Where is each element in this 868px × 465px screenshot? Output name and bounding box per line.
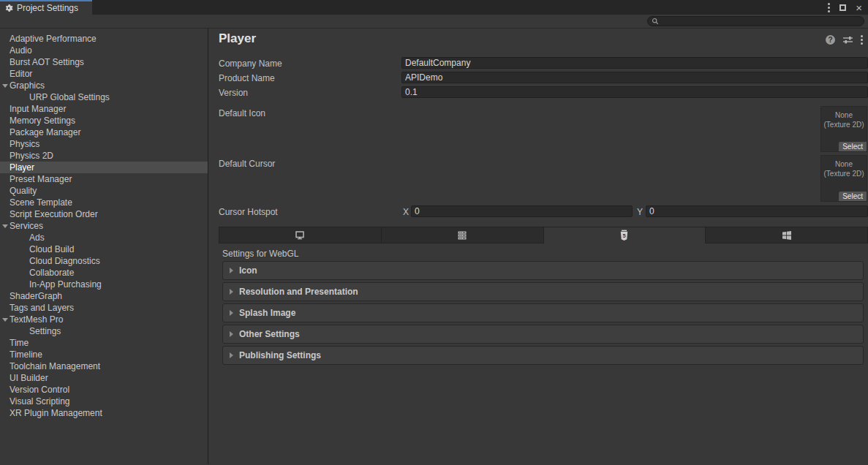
sidebar-item-label: Cloud Build	[29, 244, 74, 254]
sidebar-item-label: In-App Purchasing	[29, 279, 102, 290]
section-publishing-settings[interactable]: Publishing Settings	[222, 346, 864, 365]
sidebar-item-time[interactable]: Time	[0, 337, 208, 349]
page-title: Player	[219, 31, 256, 46]
sidebar-item-label: Scene Template	[10, 197, 72, 208]
sidebar-item-label: ShaderGraph	[10, 291, 62, 301]
search-box[interactable]	[647, 16, 864, 26]
hotspot-y-label: Y	[637, 206, 643, 218]
sidebar-item-urp-global-settings[interactable]: URP Global Settings	[0, 91, 208, 103]
toolbar	[0, 15, 868, 29]
sidebar-item-adaptive-performance[interactable]: Adaptive Performance	[0, 33, 208, 45]
close-icon[interactable]: ×	[856, 2, 862, 13]
sidebar-item-label: Script Execution Order	[10, 209, 98, 219]
platform-tab-dedicated-server[interactable]	[382, 227, 544, 243]
presets-icon[interactable]	[842, 35, 853, 45]
sidebar-item-script-execution-order[interactable]: Script Execution Order	[0, 208, 208, 220]
company-name-label: Company Name	[219, 58, 282, 69]
platform-tab-webgl[interactable]: 5	[544, 227, 706, 243]
content: Adaptive PerformanceAudioBurst AOT Setti…	[0, 29, 868, 464]
sidebar-item-input-manager[interactable]: Input Manager	[0, 103, 208, 115]
default-cursor-select-button[interactable]: Select	[839, 192, 867, 201]
sidebar-item-package-manager[interactable]: Package Manager	[0, 126, 208, 138]
version-label: Version	[219, 87, 248, 99]
sidebar-item-cloud-diagnostics[interactable]: Cloud Diagnostics	[0, 255, 208, 267]
sidebar-item-burst-aot-settings[interactable]: Burst AOT Settings	[0, 56, 208, 68]
sidebar-item-version-control[interactable]: Version Control	[0, 384, 208, 396]
sidebar-item-editor[interactable]: Editor	[0, 68, 208, 80]
default-cursor-label: Default Cursor	[219, 158, 275, 170]
default-icon-texture-box[interactable]: None (Texture 2D) Select	[820, 106, 867, 152]
project-settings-tab[interactable]: Project Settings	[0, 0, 92, 15]
sidebar-item-textmesh-pro[interactable]: TextMesh Pro	[0, 314, 208, 325]
sidebar-item-label: Services	[10, 221, 43, 231]
foldout-collapsed-icon[interactable]	[230, 331, 233, 337]
settings-for-platform-label: Settings for WebGL	[222, 249, 299, 259]
section-other-settings[interactable]: Other Settings	[222, 325, 864, 344]
sidebar-item-label: Player	[10, 162, 34, 173]
platform-tab-standalone[interactable]	[219, 227, 382, 243]
settings-sections: IconResolution and PresentationSplash Im…	[222, 261, 864, 367]
foldout-collapsed-icon[interactable]	[230, 268, 233, 273]
sidebar-item-label: Cloud Diagnostics	[29, 256, 100, 266]
foldout-collapsed-icon[interactable]	[230, 352, 233, 358]
sidebar-item-toolchain-management[interactable]: Toolchain Management	[0, 360, 208, 372]
default-icon-label: Default Icon	[219, 107, 265, 119]
sidebar-item-cloud-build[interactable]: Cloud Build	[0, 243, 208, 255]
sidebar-item-settings[interactable]: Settings	[0, 325, 208, 337]
sidebar-item-ui-builder[interactable]: UI Builder	[0, 372, 208, 384]
hotspot-x-field[interactable]	[411, 205, 633, 217]
sidebar-item-collaborate[interactable]: Collaborate	[0, 267, 208, 279]
sidebar-item-memory-settings[interactable]: Memory Settings	[0, 115, 208, 126]
sidebar-item-label: Input Manager	[10, 104, 66, 114]
foldout-expanded-icon[interactable]	[2, 224, 8, 228]
sidebar-item-graphics[interactable]: Graphics	[0, 80, 208, 91]
platform-tab-windows[interactable]	[706, 227, 867, 243]
sidebar-item-visual-scripting[interactable]: Visual Scripting	[0, 396, 208, 407]
window-menu-icon[interactable]	[828, 3, 830, 12]
sidebar-item-scene-template[interactable]: Scene Template	[0, 197, 208, 208]
section-resolution-and-presentation[interactable]: Resolution and Presentation	[222, 282, 864, 301]
sidebar-item-quality[interactable]: Quality	[0, 185, 208, 197]
sidebar-item-shadergraph[interactable]: ShaderGraph	[0, 290, 208, 302]
product-name-field[interactable]	[401, 72, 868, 83]
help-icon[interactable]: ?	[826, 35, 835, 45]
section-splash-image[interactable]: Splash Image	[222, 303, 864, 322]
product-name-label: Product Name	[219, 72, 275, 84]
sidebar-item-timeline[interactable]: Timeline	[0, 349, 208, 360]
panel-menu-icon[interactable]	[861, 35, 863, 45]
sidebar-item-physics-2d[interactable]: Physics 2D	[0, 150, 208, 162]
sidebar-item-label: UI Builder	[10, 373, 48, 383]
section-label: Other Settings	[239, 329, 300, 339]
default-icon-select-button[interactable]: Select	[839, 142, 867, 151]
sidebar-item-tags-and-layers[interactable]: Tags and Layers	[0, 302, 208, 314]
sidebar-item-label: Preset Manager	[10, 174, 72, 184]
sidebar-item-xr-plugin-management[interactable]: XR Plugin Management	[0, 407, 208, 419]
company-name-field[interactable]	[401, 57, 868, 69]
sidebar-item-player[interactable]: Player	[0, 162, 208, 173]
search-input[interactable]	[661, 18, 860, 26]
maximize-icon[interactable]	[839, 4, 846, 11]
sidebar-item-ads[interactable]: Ads	[0, 232, 208, 243]
sidebar-item-physics[interactable]: Physics	[0, 138, 208, 150]
platform-tabstrip: 5	[219, 227, 868, 243]
foldout-expanded-icon[interactable]	[2, 318, 8, 322]
foldout-collapsed-icon[interactable]	[230, 289, 233, 295]
section-label: Resolution and Presentation	[239, 287, 358, 297]
windows-icon	[781, 230, 793, 241]
sidebar-item-label: Visual Scripting	[10, 396, 70, 407]
foldout-collapsed-icon[interactable]	[230, 310, 233, 316]
texture-none-label: None	[821, 110, 867, 120]
sidebar-item-services[interactable]: Services	[0, 220, 208, 232]
sidebar-item-label: Time	[10, 338, 29, 348]
cursor-hotspot-label: Cursor Hotspot	[219, 206, 278, 218]
sidebar-item-preset-manager[interactable]: Preset Manager	[0, 173, 208, 185]
version-field[interactable]	[401, 86, 868, 98]
sidebar-item-audio[interactable]: Audio	[0, 45, 208, 56]
default-cursor-texture-box[interactable]: None (Texture 2D) Select	[820, 155, 867, 202]
sidebar-item-label: Physics	[10, 139, 39, 149]
sidebar-item-in-app-purchasing[interactable]: In-App Purchasing	[0, 279, 208, 290]
window-controls: ×	[828, 0, 862, 15]
section-icon[interactable]: Icon	[222, 261, 864, 280]
foldout-expanded-icon[interactable]	[2, 84, 8, 88]
hotspot-y-field[interactable]	[646, 205, 868, 217]
